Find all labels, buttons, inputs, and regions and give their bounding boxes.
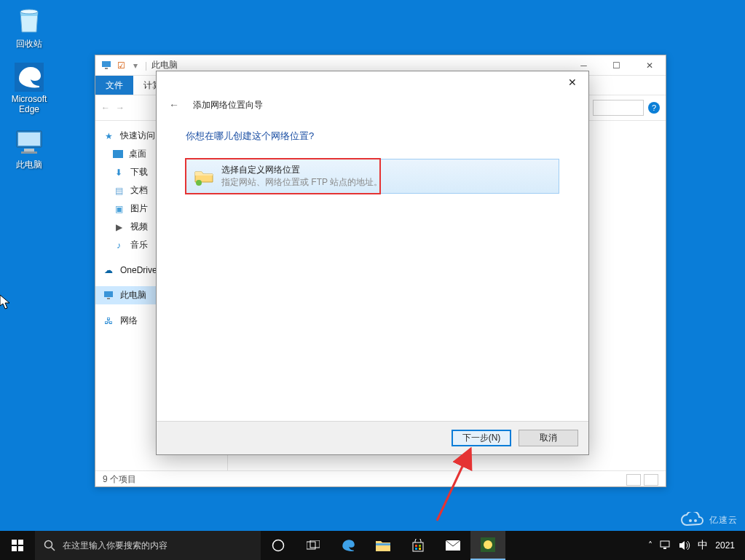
svg-rect-26 <box>419 545 421 547</box>
svg-point-18 <box>45 541 52 548</box>
system-tray: ˄ 中 2021 <box>641 539 745 552</box>
svg-rect-32 <box>661 541 669 547</box>
task-view-button[interactable] <box>296 531 331 560</box>
edge-icon <box>14 62 44 92</box>
wizard-back-button[interactable]: ← <box>165 96 183 114</box>
search-placeholder: 在这里输入你要搜索的内容 <box>63 540 167 552</box>
star-icon: ★ <box>103 130 114 142</box>
svg-rect-33 <box>663 548 666 549</box>
option-title: 选择自定义网络位置 <box>221 164 382 176</box>
desktop: 回收站 Microsoft Edge 此电脑 ☑ ▾ | 此电脑 <box>0 0 745 560</box>
edge-browser-icon[interactable]: Microsoft Edge <box>1 59 57 117</box>
desktop-icon-label: Microsoft Edge <box>12 94 47 114</box>
wizard-option-list: 选择自定义网络位置 指定网站、网络位置或 FTP 站点的地址。 <box>186 159 559 194</box>
taskbar-store[interactable] <box>401 531 435 560</box>
details-view-button[interactable] <box>626 474 641 486</box>
svg-rect-23 <box>376 543 390 545</box>
ime-indicator[interactable]: 中 <box>698 539 708 552</box>
taskbar-edge[interactable] <box>331 531 366 560</box>
download-icon: ⬇ <box>113 167 125 178</box>
wizard-footer: 下一步(N) 取消 <box>157 421 588 454</box>
sidebar-item-label: 视频 <box>130 221 148 233</box>
svg-rect-9 <box>107 298 110 299</box>
sidebar-item-label: OneDrive <box>120 265 157 275</box>
taskbar-file-explorer[interactable] <box>366 531 401 560</box>
computer-icon <box>103 290 114 301</box>
sidebar-item-label: 下载 <box>130 166 148 178</box>
checkbox-icon: ☑ <box>116 60 126 71</box>
taskbar-mail[interactable] <box>435 531 470 560</box>
svg-rect-17 <box>18 546 23 551</box>
tray-chevron-up-icon[interactable]: ˄ <box>648 540 653 551</box>
clock-text: 2021 <box>715 540 735 551</box>
option-description: 指定网站、网络位置或 FTP 站点的地址。 <box>221 176 382 189</box>
svg-rect-25 <box>415 545 417 547</box>
network-icon: 🖧 <box>103 315 114 327</box>
explorer-search-input[interactable] <box>593 100 644 116</box>
nav-back-icon[interactable]: ← <box>101 103 110 113</box>
svg-point-31 <box>484 540 492 549</box>
network-tray-icon[interactable] <box>660 540 671 551</box>
recycle-bin-icon[interactable]: 回收站 <box>1 4 57 52</box>
svg-rect-3 <box>18 133 40 146</box>
svg-rect-5 <box>21 151 37 154</box>
svg-point-10 <box>196 180 202 186</box>
svg-rect-24 <box>413 543 423 551</box>
svg-rect-8 <box>104 291 113 297</box>
cancel-button[interactable]: 取消 <box>519 430 578 446</box>
sidebar-item-label: 网络 <box>120 315 138 327</box>
trash-icon <box>14 7 44 37</box>
svg-rect-28 <box>419 548 421 550</box>
status-text: 9 个项目 <box>103 473 136 486</box>
help-icon[interactable]: ? <box>648 102 660 114</box>
svg-rect-15 <box>18 540 23 545</box>
picture-icon: ▣ <box>113 203 125 215</box>
volume-tray-icon[interactable] <box>679 540 690 551</box>
folder-network-icon <box>194 166 214 186</box>
watermark: 亿速云 <box>680 512 738 528</box>
nav-forward-icon[interactable]: → <box>116 103 125 113</box>
dropdown-icon[interactable]: ▾ <box>130 60 141 71</box>
option-custom-network-location[interactable]: 选择自定义网络位置 指定网站、网络位置或 FTP 站点的地址。 <box>186 159 559 193</box>
svg-line-19 <box>52 548 55 551</box>
svg-rect-16 <box>12 546 17 551</box>
maximize-button[interactable]: ☐ <box>600 55 633 76</box>
mouse-cursor-icon <box>0 295 10 309</box>
sidebar-item-label: 图片 <box>130 202 148 215</box>
wizard-question: 你想在哪儿创建这个网络位置? <box>186 130 559 143</box>
taskbar-search[interactable]: 在这里输入你要搜索的内容 <box>35 531 261 560</box>
tab-file[interactable]: 文件 <box>95 76 133 95</box>
taskbar: 在这里输入你要搜索的内容 ˄ 中 2021 <box>0 531 745 560</box>
explorer-title: 此电脑 <box>151 59 178 71</box>
svg-point-0 <box>20 9 38 14</box>
document-icon: ▤ <box>113 185 125 197</box>
svg-rect-6 <box>102 61 111 67</box>
desktop-icon-label: 回收站 <box>16 39 42 49</box>
computer-icon <box>14 127 44 158</box>
desktop-icon-label: 此电脑 <box>16 159 42 170</box>
wizard-titlebar[interactable]: ✕ <box>157 71 588 93</box>
sidebar-item-label: 音乐 <box>130 239 148 251</box>
cortana-button[interactable] <box>261 531 296 560</box>
search-icon <box>44 540 55 551</box>
close-button[interactable]: ✕ <box>633 55 666 76</box>
icons-view-button[interactable] <box>644 474 658 486</box>
svg-point-20 <box>273 540 284 551</box>
wizard-title: 添加网络位置向导 <box>193 99 263 111</box>
music-icon: ♪ <box>113 240 125 251</box>
desktop-icon <box>113 150 123 158</box>
video-icon: ▶ <box>113 221 125 233</box>
sidebar-item-label: 快速访问 <box>120 130 155 142</box>
taskbar-clock[interactable]: 2021 <box>715 541 738 551</box>
next-button[interactable]: 下一步(N) <box>452 430 511 446</box>
computer-small-icon <box>101 60 111 71</box>
wizard-close-button[interactable]: ✕ <box>556 71 588 93</box>
status-bar: 9 个项目 <box>95 470 666 488</box>
svg-point-12 <box>689 519 692 522</box>
this-pc-icon[interactable]: 此电脑 <box>1 125 57 173</box>
svg-rect-7 <box>105 68 108 69</box>
sidebar-item-label: 桌面 <box>129 148 146 160</box>
taskbar-active-app[interactable] <box>470 531 505 560</box>
start-button[interactable] <box>0 531 35 560</box>
svg-rect-27 <box>415 548 417 550</box>
